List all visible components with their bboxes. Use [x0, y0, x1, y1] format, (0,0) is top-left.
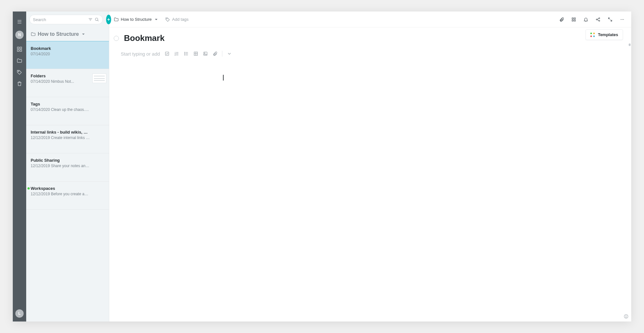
- divider: [222, 51, 222, 57]
- chevron-down-icon: [154, 17, 159, 22]
- templates-label: Templates: [598, 32, 618, 37]
- editor-body[interactable]: Templates Bookmark Start typing or add: [109, 27, 631, 321]
- app-window: N L: [13, 12, 631, 321]
- search-input[interactable]: [33, 17, 87, 22]
- svg-point-27: [623, 19, 624, 20]
- svg-rect-41: [203, 52, 207, 56]
- breadcrumb-folder[interactable]: How to Structure: [114, 17, 159, 22]
- add-tags-label: Add tags: [172, 17, 188, 22]
- note-meta: 12/12/2019 Create internal links to you.…: [31, 136, 104, 140]
- tag-icon[interactable]: [13, 66, 26, 78]
- user-avatar[interactable]: L: [15, 309, 24, 318]
- breadcrumb-folder-label: How to Structure: [121, 17, 152, 22]
- note-meta: 07/14/2020 Clean up the chaos. Tag yo...: [31, 107, 104, 112]
- attachment-icon[interactable]: [557, 15, 566, 24]
- note-item-tags[interactable]: Tags 07/14/2020 Clean up the chaos. Tag …: [26, 97, 109, 125]
- svg-point-26: [622, 19, 623, 20]
- tag-icon: [165, 17, 170, 22]
- svg-point-43: [624, 314, 628, 318]
- svg-point-45: [626, 316, 627, 316]
- svg-rect-3: [17, 47, 19, 49]
- folder-icon: [114, 17, 119, 22]
- expand-icon[interactable]: [606, 15, 615, 24]
- bell-icon[interactable]: [581, 15, 590, 24]
- dashboard-icon[interactable]: [13, 43, 26, 55]
- note-title: Public Sharing: [31, 158, 104, 163]
- emoji-icon[interactable]: [624, 314, 629, 319]
- trash-icon[interactable]: [13, 78, 26, 89]
- note-item-public-sharing[interactable]: Public Sharing 12/12/2019 Share your not…: [26, 153, 109, 182]
- note-title: Tags: [31, 102, 104, 106]
- chevron-down-icon[interactable]: [227, 51, 232, 56]
- note-item-workspaces[interactable]: Workspaces 12/12/2019 Before you create …: [26, 182, 109, 210]
- editor-placeholder-row: Start typing or add: [121, 51, 620, 57]
- svg-point-37: [184, 55, 185, 55]
- folder-heading-label: How to Structure: [38, 31, 79, 37]
- more-icon[interactable]: [618, 15, 627, 24]
- note-item-internal-links[interactable]: Internal links - build wikis, knowle... …: [26, 125, 109, 153]
- table-icon[interactable]: [193, 51, 198, 56]
- svg-line-12: [97, 20, 98, 21]
- bulleted-list-icon[interactable]: [184, 51, 189, 56]
- svg-point-7: [18, 71, 19, 72]
- workspace-avatar-initial: N: [18, 33, 21, 37]
- svg-point-25: [621, 19, 621, 20]
- svg-rect-19: [574, 20, 575, 21]
- nav-rail: N L: [13, 12, 26, 321]
- title-row: Bookmark: [121, 33, 620, 43]
- svg-line-23: [597, 18, 599, 19]
- svg-rect-4: [20, 47, 22, 49]
- note-meta: 12/12/2019 Share your notes and folde...: [31, 164, 104, 168]
- search-icon[interactable]: [94, 17, 99, 22]
- svg-line-24: [597, 19, 599, 20]
- svg-rect-5: [17, 50, 19, 51]
- filter-icon[interactable]: [88, 17, 93, 22]
- share-icon[interactable]: [594, 15, 602, 24]
- note-meta: 12/12/2019 Before you create any note...: [31, 192, 104, 196]
- image-icon[interactable]: [203, 51, 208, 56]
- chevron-down-icon: [81, 32, 86, 37]
- svg-point-15: [166, 18, 167, 19]
- svg-rect-16: [572, 18, 573, 19]
- note-title: Bookmark: [31, 46, 104, 51]
- note-meta: 07/14/2020: [31, 52, 104, 56]
- svg-point-35: [184, 52, 185, 53]
- folder-icon[interactable]: [13, 55, 26, 66]
- svg-rect-28: [165, 52, 169, 56]
- editor-pane: How to Structure Add tags Templates: [109, 12, 631, 321]
- note-item-folders[interactable]: Folders 07/14/2020 Nimbus Not...: [26, 69, 109, 97]
- numbered-list-icon[interactable]: [174, 51, 179, 56]
- svg-rect-17: [574, 18, 575, 19]
- folder-heading[interactable]: How to Structure: [26, 27, 109, 41]
- doc-title[interactable]: Bookmark: [124, 33, 165, 43]
- workspace-avatar[interactable]: N: [15, 31, 24, 39]
- svg-point-42: [204, 53, 205, 53]
- note-item-bookmark[interactable]: Bookmark 07/14/2020: [26, 41, 109, 69]
- editor-toolbar: How to Structure Add tags: [109, 12, 631, 27]
- checklist-icon[interactable]: [165, 51, 170, 56]
- text-cursor: [223, 75, 224, 81]
- editor-placeholder-text: Start typing or add: [121, 51, 160, 57]
- svg-point-44: [625, 316, 625, 316]
- svg-point-11: [95, 18, 98, 20]
- svg-point-36: [184, 53, 185, 54]
- templates-button[interactable]: Templates: [586, 29, 623, 40]
- svg-rect-6: [20, 50, 22, 51]
- add-tags-button[interactable]: Add tags: [165, 17, 188, 22]
- unread-dot: [27, 187, 30, 190]
- note-list-panel: How to Structure Bookmark 07/14/2020 Fol…: [26, 12, 109, 321]
- templates-icon: [590, 33, 595, 37]
- list-toolbar: [26, 12, 109, 27]
- note-title: Internal links - build wikis, knowle...: [31, 130, 104, 135]
- scrollbar-thumb[interactable]: [629, 43, 631, 46]
- menu-icon[interactable]: [13, 16, 26, 27]
- svg-rect-18: [572, 20, 573, 21]
- note-thumbnail: [92, 74, 106, 83]
- title-status-circle[interactable]: [114, 36, 119, 41]
- search-field[interactable]: [29, 15, 103, 24]
- user-avatar-initial: L: [18, 311, 20, 316]
- folder-icon: [31, 32, 36, 37]
- attach-icon[interactable]: [212, 51, 218, 56]
- note-list: Bookmark 07/14/2020 Folders 07/14/2020 N…: [26, 41, 109, 321]
- apps-icon[interactable]: [569, 15, 578, 24]
